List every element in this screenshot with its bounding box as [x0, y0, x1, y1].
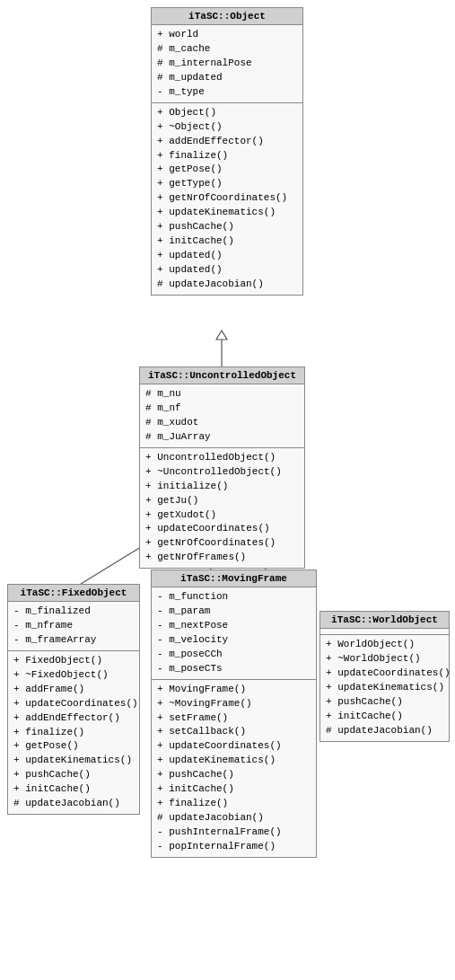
attr-m-type: - m_type [157, 85, 297, 100]
methods-section-worldobject: + WorldObject() + ~WorldObject() + updat… [320, 635, 449, 741]
attr-m-updated: # m_updated [157, 71, 297, 85]
attr-m-cache: # m_cache [157, 42, 297, 57]
class-title-fixedobject: iTaSC::FixedObject [8, 585, 139, 602]
attributes-section-uncontrolled: # m_nu # m_nf # m_xudot # m_JuArray [140, 384, 304, 448]
methods-section-object: + Object() + ~Object() + addEndEffector(… [152, 103, 302, 295]
class-iTaSC-MovingFrame: iTaSC::MovingFrame - m_function - m_para… [151, 569, 317, 858]
methods-section-movingframe: + MovingFrame() + ~MovingFrame() + setFr… [152, 680, 316, 857]
attr-world: + world [157, 28, 297, 42]
class-iTaSC-Object: iTaSC::Object + world # m_cache # m_inte… [151, 7, 303, 296]
attributes-section-worldobject [320, 629, 449, 635]
class-title-worldobject: iTaSC::WorldObject [320, 612, 449, 629]
attributes-section-fixedobject: - m_finalized - m_nframe - m_frameArray [8, 602, 139, 651]
attr-m-internalPose: # m_internalPose [157, 57, 297, 71]
attributes-section-movingframe: - m_function - m_param - m_nextPose - m_… [152, 587, 316, 680]
class-title-movingframe: iTaSC::MovingFrame [152, 570, 316, 587]
class-title-object: iTaSC::Object [152, 8, 302, 25]
attributes-section-object: + world # m_cache # m_internalPose # m_u… [152, 25, 302, 103]
svg-marker-1 [216, 331, 227, 340]
methods-section-fixedobject: + FixedObject() + ~FixedObject() + addFr… [8, 651, 139, 814]
class-iTaSC-FixedObject: iTaSC::FixedObject - m_finalized - m_nfr… [7, 584, 140, 815]
class-iTaSC-WorldObject: iTaSC::WorldObject + WorldObject() + ~Wo… [319, 611, 450, 742]
methods-section-uncontrolled: + UncontrolledObject() + ~UncontrolledOb… [140, 448, 304, 569]
class-iTaSC-UncontrolledObject: iTaSC::UncontrolledObject # m_nu # m_nf … [139, 366, 305, 569]
class-title-uncontrolled: iTaSC::UncontrolledObject [140, 367, 304, 384]
